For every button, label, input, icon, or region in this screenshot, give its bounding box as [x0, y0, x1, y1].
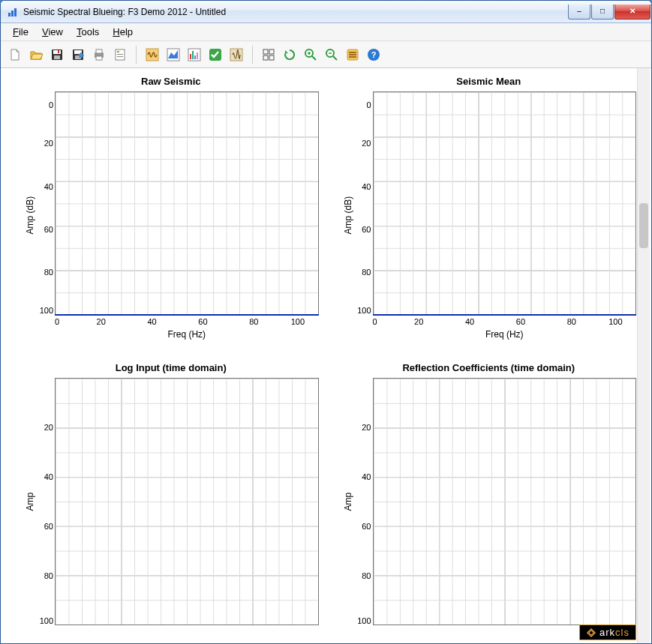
- grid-box: [55, 378, 319, 626]
- svg-rect-27: [269, 49, 274, 54]
- y-ticks: 100 80 60 40 20: [353, 378, 371, 626]
- grid-box: [55, 91, 319, 316]
- help-icon: ?: [367, 48, 380, 61]
- new-file-icon: [8, 48, 22, 61]
- open-button[interactable]: [26, 45, 46, 64]
- charts-grid: Raw Seismic Amp (dB) 100 80 60 40 20 0: [23, 76, 636, 625]
- toolbar: ?: [1, 41, 651, 68]
- app-icon: [7, 6, 19, 18]
- spectrum-bars-icon: [188, 48, 201, 61]
- x-ticks: 0 20 40 60 80 100: [55, 317, 319, 326]
- y-axis-label: Amp: [23, 378, 35, 626]
- svg-rect-34: [349, 54, 356, 55]
- seismic-button[interactable]: [143, 45, 162, 64]
- zoom-in-icon: [304, 48, 317, 61]
- svg-rect-35: [349, 56, 356, 58]
- brand-badge: arkcls: [579, 625, 636, 640]
- chart-reflection-coefficients: Reflection Coefficients (time domain) Am…: [341, 362, 637, 626]
- svg-rect-22: [194, 55, 196, 59]
- wavelet-icon: [230, 48, 243, 61]
- window-title: Seismic Spectral Blueing: F3 Demo 2012 -…: [23, 7, 568, 17]
- refresh-button[interactable]: [280, 45, 299, 64]
- saveas-button[interactable]: [68, 45, 88, 64]
- spectrum-button[interactable]: [185, 45, 204, 64]
- svg-rect-5: [54, 55, 60, 59]
- wave-button[interactable]: [164, 45, 183, 64]
- chart-title: Raw Seismic: [23, 76, 319, 87]
- svg-rect-33: [349, 52, 356, 53]
- y-axis-label: Amp (dB): [23, 91, 35, 340]
- fit-icon: [346, 48, 359, 61]
- seismic-trace-icon: [146, 48, 159, 61]
- process-button[interactable]: [227, 45, 246, 64]
- svg-rect-11: [96, 49, 102, 53]
- svg-rect-6: [58, 50, 59, 53]
- svg-rect-26: [263, 49, 268, 54]
- svg-rect-15: [117, 54, 123, 55]
- chart-seismic-mean: Seismic Mean Amp (dB) 100 80 60 40 20 0: [341, 76, 637, 340]
- open-folder-icon: [29, 48, 43, 61]
- svg-rect-28: [263, 55, 268, 60]
- vertical-scrollbar[interactable]: [637, 68, 650, 643]
- check-button[interactable]: [206, 45, 225, 64]
- area-plot-icon: [167, 48, 180, 61]
- chart-log-input: Log Input (time domain) Amp 100 80 60 40…: [23, 362, 319, 626]
- y-ticks: 100 80 60 40 20 0: [353, 91, 371, 316]
- menu-tools[interactable]: Tools: [71, 25, 105, 39]
- svg-rect-4: [53, 50, 61, 54]
- config-button[interactable]: [110, 45, 130, 64]
- plot-area-seismic-mean[interactable]: 100 80 60 40 20 0: [373, 91, 637, 316]
- svg-rect-16: [117, 56, 123, 57]
- grid-box: [373, 91, 637, 316]
- svg-rect-12: [96, 56, 102, 60]
- zoom-out-icon: [325, 48, 338, 61]
- refresh-icon: [283, 48, 296, 61]
- minimize-button[interactable]: –: [568, 4, 590, 19]
- y-axis-label: Amp (dB): [341, 91, 353, 340]
- zoom-out-button[interactable]: [322, 45, 341, 64]
- plot-area-log-input[interactable]: 100 80 60 40 20: [55, 378, 319, 626]
- svg-rect-1: [11, 10, 14, 16]
- zoom-in-button[interactable]: [301, 45, 320, 64]
- svg-text:?: ?: [371, 50, 377, 59]
- svg-rect-2: [14, 8, 17, 16]
- svg-rect-21: [192, 51, 194, 59]
- scrollbar-thumb[interactable]: [639, 203, 648, 248]
- svg-rect-0: [8, 13, 11, 16]
- app-window: Seismic Spectral Blueing: F3 Demo 2012 -…: [0, 0, 652, 644]
- x-axis-label: Freq (Hz): [55, 329, 319, 340]
- print-icon: [92, 48, 106, 61]
- y-axis-label: Amp: [341, 378, 353, 626]
- menu-file[interactable]: File: [7, 25, 35, 39]
- fit-button[interactable]: [343, 45, 362, 64]
- menu-view[interactable]: View: [36, 25, 69, 39]
- help-button[interactable]: ?: [364, 45, 383, 64]
- plot-area-raw-seismic[interactable]: 100 80 60 40 20 0: [55, 91, 319, 316]
- save-as-icon: [71, 48, 85, 61]
- menubar: File View Tools Help: [1, 23, 651, 41]
- svg-rect-20: [190, 54, 191, 59]
- grid-box: [373, 378, 637, 626]
- chart-title: Reflection Coefficients (time domain): [341, 362, 637, 373]
- grid-view-button[interactable]: [259, 45, 278, 64]
- titlebar[interactable]: Seismic Spectral Blueing: F3 Demo 2012 -…: [1, 1, 651, 23]
- svg-rect-23: [197, 52, 198, 59]
- maximize-button[interactable]: □: [591, 4, 614, 19]
- content-area: Raw Seismic Amp (dB) 100 80 60 40 20 0: [1, 68, 651, 643]
- save-icon: [50, 48, 64, 61]
- save-button[interactable]: [47, 45, 67, 64]
- x-axis-label: Freq (Hz): [373, 329, 637, 340]
- y-ticks: 100 80 60 40 20: [35, 378, 53, 626]
- grid-icon: [262, 48, 275, 61]
- properties-icon: [113, 48, 127, 61]
- chart-raw-seismic: Raw Seismic Amp (dB) 100 80 60 40 20 0: [23, 76, 319, 340]
- y-ticks: 100 80 60 40 20 0: [35, 91, 53, 316]
- print-button[interactable]: [89, 45, 109, 64]
- toolbar-separator: [136, 46, 137, 64]
- svg-rect-14: [117, 51, 119, 52]
- new-button[interactable]: [5, 45, 25, 64]
- x-ticks: 0 20 40 60 80 100: [373, 317, 637, 326]
- menu-help[interactable]: Help: [107, 25, 139, 39]
- plot-area-reflection-coefficients[interactable]: 100 80 60 40 20: [373, 378, 637, 626]
- close-button[interactable]: ✕: [614, 4, 650, 19]
